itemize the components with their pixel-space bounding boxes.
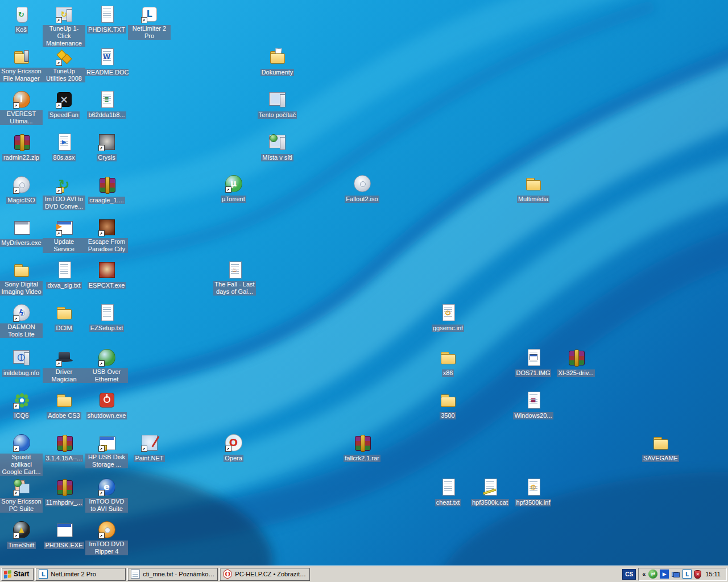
desktop-icon-radmin22-zip[interactable]: radmin22.zip xyxy=(0,132,43,162)
desktop-icon-phdisk-exe[interactable]: PHDISK.EXE xyxy=(43,520,85,550)
shortcut-arrow-icon: ↗ xyxy=(98,446,105,452)
taskbar-button-netlimiter-window[interactable]: LNetLimiter 2 Pro xyxy=(35,568,126,581)
desktop-icon-dcim[interactable]: DCIM xyxy=(43,303,85,332)
desktop-icon-timeshift[interactable]: ▲↗TimeShift xyxy=(0,520,43,550)
desktop-icon-usb-over-ethernet[interactable]: ↗USB Over Ethernet xyxy=(85,348,128,384)
desktop-icon-dxva-sig-txt[interactable]: dxva_sig.txt xyxy=(43,260,85,290)
desktop-icon-espcxt-exe[interactable]: ESPCXT.exe xyxy=(85,260,128,290)
desktop-icon-craagle[interactable]: craagle_1.... xyxy=(85,175,128,205)
desktop-icon-phdisk-txt[interactable]: PHDISK.TXT xyxy=(85,5,128,34)
desktop-icon-daemon-tools-lite[interactable]: ϟ↗DAEMON Tools Lite xyxy=(0,303,43,339)
desktop-icon-speedfan[interactable]: ×↗SpeedFan xyxy=(43,90,85,119)
rar-31415a-label: 3.1.4.15A--... xyxy=(45,455,84,462)
phdisk-txt-label: PHDISK.TXT xyxy=(87,26,126,34)
desktop-icon-crysis[interactable]: ↗Crysis xyxy=(85,132,128,162)
dokumenty-icon xyxy=(268,47,287,66)
desktop-icon-fallout2-iso[interactable]: Fallout2.iso xyxy=(341,174,383,203)
tray-chevron[interactable]: « xyxy=(642,571,646,577)
desktop-icon-opera[interactable]: O↗Opera xyxy=(212,433,255,463)
taskbar-button-notepad-window[interactable]: cti_mne.txt - Poznámkov... xyxy=(127,568,218,581)
imtoo-dvd-ripper-4-icon: ↗ xyxy=(97,520,117,539)
desktop-icon-readme-doc[interactable]: WREADME.DOC xyxy=(85,47,128,77)
shutdown-exe-label: shutdown.exe xyxy=(86,412,127,419)
desktop-icon-imtoo-avi-to-dvd[interactable]: ↻↗ImTOO AVI to DVD Conve... xyxy=(43,175,85,211)
google-earth-label: Spustit aplikaci Google Eart... xyxy=(0,454,43,476)
desktop-icon-sony-ericsson-file-manager[interactable]: Sony Ericsson File Manager xyxy=(0,47,43,83)
desktop-icon-xi-325-driver[interactable]: XI-325-driv... xyxy=(555,348,597,377)
desktop-icon-recycle-bin[interactable]: ↻Koš xyxy=(0,5,43,34)
desktop-icon-magiciso[interactable]: ↗MagicISO xyxy=(0,175,43,205)
paint-net-icon: ↗ xyxy=(140,433,159,452)
desktop-icon-x86-folder[interactable]: x86 xyxy=(427,348,469,377)
desktop-icon-dokumenty[interactable]: Dokumenty xyxy=(256,47,299,77)
sync-tray-icon[interactable]: ⇄ xyxy=(648,569,657,579)
desktop-icon-paint-net[interactable]: ↗Paint.NET xyxy=(128,433,171,463)
magiciso-icon: ↗ xyxy=(12,175,31,194)
desktop-icon-fallcrk21-rar[interactable]: fallcrk2.1.rar xyxy=(341,433,383,463)
network-tray-icon[interactable] xyxy=(671,569,680,579)
language-indicator[interactable]: CS xyxy=(622,569,636,580)
ezsetup-txt-icon xyxy=(97,303,117,322)
desktop-icon-everest-ultimate[interactable]: i↗EVEREST Ultima... xyxy=(0,90,43,126)
desktop-icon-sony-digital-imaging-video[interactable]: Sony Digital Imaging Video xyxy=(0,260,43,296)
desktop-icon-sony-ericsson-pc-suite[interactable]: ↗Sony Ericsson PC Suite xyxy=(0,477,43,513)
ezsetup-txt-label: EZSetup.txt xyxy=(89,325,124,332)
desktop-icon-hp-usb-disk-storage[interactable]: ↗HP USB Disk Storage ... xyxy=(85,433,128,469)
desktop-icon-driver-magician[interactable]: ↗Driver Magician xyxy=(43,348,85,384)
desktop-icon-update-service[interactable]: ↗Update Service xyxy=(43,218,85,253)
desktop-icon-dos71-img[interactable]: DOS71.IMG xyxy=(512,348,555,377)
desktop-icon-mydrivers-exe[interactable]: MyDrivers.exe xyxy=(0,218,43,247)
desktop-icon-shutdown-exe[interactable]: shutdown.exe xyxy=(85,390,128,420)
desktop-icon-savegame[interactable]: SAVEGAME xyxy=(639,433,682,463)
security-shield-tray-icon[interactable]: ✕ xyxy=(694,570,701,579)
shortcut-arrow-icon: ↗ xyxy=(56,17,62,23)
desktop-icon-tuneup-1click[interactable]: ↻↗TuneUp 1-Click Maintenance xyxy=(43,5,85,48)
desktop-icon-ezsetup-txt[interactable]: EZSetup.txt xyxy=(85,303,128,332)
crysis-label: Crysis xyxy=(97,154,117,161)
usb-over-ethernet-label: USB Over Ethernet xyxy=(85,368,128,383)
tuneup-1click-icon: ↻↗ xyxy=(55,5,74,24)
desktop-icon-google-earth[interactable]: ↗Spustit aplikaci Google Eart... xyxy=(0,433,43,476)
desktop-icon-tuneup-utilities-2008[interactable]: ↗TuneUp Utilities 2008 xyxy=(43,47,85,83)
start-button[interactable]: Start xyxy=(1,568,34,581)
daemon-tools-lite-glyph: ϟ xyxy=(19,309,24,317)
desktop-icon-tento-pocitac[interactable]: Tento počítač xyxy=(256,90,299,119)
multimedia-icon xyxy=(524,174,543,193)
pencil-icon xyxy=(151,436,159,447)
desktop-icon-imtoo-dvd-to-avi[interactable]: e↗ImTOO DVD to AVI Suite xyxy=(85,477,128,513)
desktop-icon-imtoo-dvd-ripper-4[interactable]: ↗ImTOO DVD Ripper 4 xyxy=(85,520,128,556)
desktop-icon-rar-31415a[interactable]: 3.1.4.15A--... xyxy=(43,433,85,463)
desktop-icon-mista-v-siti[interactable]: Místa v síti xyxy=(256,132,299,162)
clock[interactable]: 15:11 xyxy=(704,571,723,577)
initdebug-nfo-glyph: ⓘ xyxy=(18,354,25,361)
desktop-icon-icq6[interactable]: ↗ICQ6 xyxy=(0,390,43,420)
desktop[interactable]: ↻Koš↻↗TuneUp 1-Click MaintenancePHDISK.T… xyxy=(0,0,728,566)
taskbar-button-opera-window[interactable]: OPC-HELP.CZ • Zobrazit t... xyxy=(220,568,310,581)
desktop-icon-multimedia[interactable]: Multimédia xyxy=(512,174,555,203)
shortcut-arrow-icon: ↗ xyxy=(13,490,19,496)
desktop-icon-the-fall-last-days[interactable]: ♨The Fall - Last days of Gai... xyxy=(213,260,256,296)
player-tray-icon[interactable]: ▶ xyxy=(660,569,669,579)
daemon-tools-lite-icon: ϟ↗ xyxy=(12,303,31,322)
desktop-icon-cheat-txt[interactable]: cheat.txt xyxy=(427,477,469,507)
desktop-icon-windows20-rar[interactable]: ≡Windows20... xyxy=(512,390,555,420)
shortcut-arrow-icon: ↗ xyxy=(13,102,19,109)
desktop-icon-initdebug-nfo[interactable]: ⓘinitdebug.nfo xyxy=(0,348,43,377)
netlimiter-tray-icon[interactable]: L xyxy=(682,569,692,579)
desktop-icon-hpf3500k-inf[interactable]: ⚙hpf3500k.inf xyxy=(512,477,555,507)
phone-icon xyxy=(24,50,29,62)
desktop-icon-hpf3500k-cat[interactable]: hpf3500k.cat xyxy=(469,477,511,507)
desktop-icon-ggsemc-inf[interactable]: ⚙ggsemc.inf xyxy=(427,303,469,332)
desktop-icon-utorrent[interactable]: µ↗µTorrent xyxy=(212,174,255,203)
desktop-icon-rar-11mhpdrv[interactable]: 11mhpdrv_... xyxy=(43,477,85,507)
desktop-icon-b62dda1b8[interactable]: ≣b62dda1b8... xyxy=(85,90,128,119)
icq6-icon: ↗ xyxy=(12,390,31,410)
desktop-icon-80s-asx[interactable]: ▶80s.asx xyxy=(43,132,85,162)
desktop-icon-escape-from-paradise-city[interactable]: ↗Escape From Paradise City xyxy=(85,218,128,253)
opera-icon: O↗ xyxy=(224,433,243,452)
recycle-bin-glyph: ↻ xyxy=(18,11,24,18)
desktop-icon-netlimiter2-pro[interactable]: L↗NetLimiter 2 Pro xyxy=(128,5,171,40)
desktop-icon-folder-3500[interactable]: 3500 xyxy=(427,390,469,420)
desktop-icon-adobe-cs3[interactable]: Adobe CS3 xyxy=(43,390,85,420)
sony-ericsson-pc-suite-icon: ↗ xyxy=(12,477,31,497)
